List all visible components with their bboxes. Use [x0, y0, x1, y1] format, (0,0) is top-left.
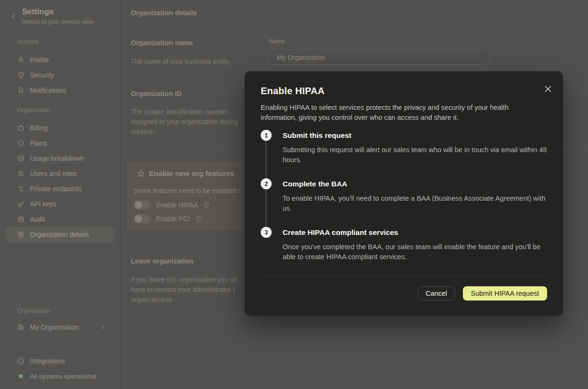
sidebar-item-label: Billing	[30, 124, 48, 132]
steps-list: 1 Submit this request Submitting this re…	[261, 130, 547, 262]
puzzle-icon	[17, 357, 25, 365]
enable-hipaa-label: Enable HIPAA	[156, 201, 198, 209]
user-icon	[17, 56, 25, 64]
name-field-label: Name	[269, 38, 284, 45]
name-input-value: My Organization	[277, 54, 325, 61]
step-title: Create HIPAA compliant services	[283, 227, 547, 238]
step-number-badge: 1	[261, 130, 272, 141]
step-number-badge: 2	[261, 178, 272, 189]
audit-icon	[17, 215, 25, 223]
org-id-description: The unique identification number assigne…	[131, 107, 254, 137]
features-card-description: Some features need to be enabled t	[134, 187, 240, 194]
sidebar-item-security[interactable]: Security	[6, 68, 114, 83]
enable-pci-toggle[interactable]	[134, 214, 151, 224]
billing-icon	[17, 124, 25, 132]
building-icon	[17, 231, 25, 238]
close-icon[interactable]	[545, 86, 551, 92]
sidebar-item-profile[interactable]: Profile	[6, 52, 114, 68]
step-body: Once you've completed the BAA, our sales…	[283, 242, 547, 262]
arrows-swap-icon	[17, 185, 25, 193]
page-title: Organization details	[131, 9, 197, 17]
sidebar-item-plans[interactable]: Plans	[6, 136, 114, 151]
enable-pci-label: Enable PCI	[156, 215, 190, 223]
section-label-account: Account	[17, 39, 39, 45]
chart-icon	[17, 155, 25, 162]
step-create-services: 3 Create HIPAA compliant services Once y…	[261, 227, 547, 262]
system-status-item[interactable]: All systems operational	[6, 369, 114, 384]
chevron-right-icon	[100, 324, 107, 331]
enable-hipaa-modal: Enable HIPAA Enabling HIPAA to select se…	[245, 71, 563, 316]
sidebar-item-usage-breakdown[interactable]: Usage breakdown	[6, 151, 114, 166]
key-icon	[17, 200, 25, 208]
name-input[interactable]: My Organization	[269, 49, 489, 65]
enable-hipaa-toggle[interactable]	[134, 200, 151, 210]
sidebar-item-organization-details[interactable]: Organization details	[6, 227, 114, 242]
sidebar-item-my-organization[interactable]: My Organization	[6, 320, 114, 335]
sidebar-item-label: Profile	[30, 56, 49, 64]
modal-title: Enable HIPAA	[261, 86, 547, 97]
modal-description: Enabling HIPAA to select services protec…	[261, 103, 527, 123]
status-label: All systems operational	[30, 373, 96, 380]
shield-icon	[17, 71, 25, 79]
sidebar-item-label: Private endpoints	[30, 185, 81, 193]
leave-org-description: If you leave this organization you wil h…	[131, 275, 250, 305]
features-card-title: Enable new org features	[149, 169, 234, 178]
sidebar-item-label: Audit	[30, 215, 45, 223]
sidebar-item-users-and-roles[interactable]: Users and roles	[6, 166, 114, 181]
org-id-heading: Organization ID	[131, 90, 182, 97]
circle-icon	[17, 139, 25, 147]
sidebar-item-label: Organization details	[30, 231, 89, 238]
step-number-badge: 3	[261, 227, 272, 238]
org-name-description: The name of your business entity.	[131, 57, 255, 67]
modal-footer-divider	[261, 275, 547, 276]
sidebar-item-label: API keys	[30, 200, 56, 208]
star-icon	[137, 170, 145, 178]
back-chevron-icon[interactable]	[10, 12, 17, 20]
sidebar-item-audit[interactable]: Audit	[6, 212, 114, 227]
sidebar-item-private-endpoints[interactable]: Private endpoints	[6, 181, 114, 196]
sidebar-item-label: Usage breakdown	[30, 155, 84, 162]
info-icon[interactable]	[203, 202, 210, 208]
sidebar-subtitle: Return to your service view	[22, 19, 94, 25]
sidebar-item-notifications[interactable]: Notifications	[6, 83, 114, 98]
org-name-heading: Organization name	[131, 39, 193, 47]
sidebar-divider	[0, 341, 120, 342]
info-icon[interactable]	[195, 215, 202, 222]
step-title: Submit this request	[283, 130, 547, 141]
section-label-organization: Organization	[17, 107, 51, 114]
sidebar-item-label: Integrations	[30, 357, 65, 365]
sidebar-item-label: Plans	[30, 139, 47, 147]
sidebar-item-api-keys[interactable]: API keys	[6, 196, 114, 212]
step-body: To enable HIPAA, you’ll need to complete…	[283, 194, 547, 214]
sidebar-item-label: Users and roles	[30, 170, 77, 177]
step-title: Complete the BAA	[283, 178, 547, 189]
app-window: Settings Return to your service view Acc…	[0, 0, 588, 389]
bell-icon	[17, 87, 25, 94]
leave-org-heading: Leave organization	[131, 257, 193, 265]
sidebar-item-label: My Organization	[30, 323, 78, 331]
sidebar-item-integrations[interactable]: Integrations	[6, 353, 114, 369]
sidebar-item-label: Notifications	[30, 87, 66, 94]
status-dot-icon	[19, 374, 23, 378]
sidebar-item-billing[interactable]: Billing	[6, 120, 114, 136]
section-label-organization-switcher: Organization	[17, 308, 51, 314]
step-submit-request: 1 Submit this request Submitting this re…	[261, 130, 547, 165]
users-icon	[17, 170, 25, 177]
sidebar-item-label: Security	[30, 71, 54, 79]
sidebar-title: Settings	[22, 7, 54, 17]
step-body: Submitting this request will alert our s…	[283, 145, 547, 165]
building-icon	[17, 323, 25, 331]
step-complete-baa: 2 Complete the BAA To enable HIPAA, you’…	[261, 178, 547, 214]
header-divider	[121, 25, 588, 26]
submit-hipaa-request-button[interactable]: Submit HIPAA request	[463, 286, 547, 301]
settings-sidebar: Settings Return to your service view Acc…	[0, 0, 120, 389]
cancel-button[interactable]: Cancel	[418, 286, 455, 301]
